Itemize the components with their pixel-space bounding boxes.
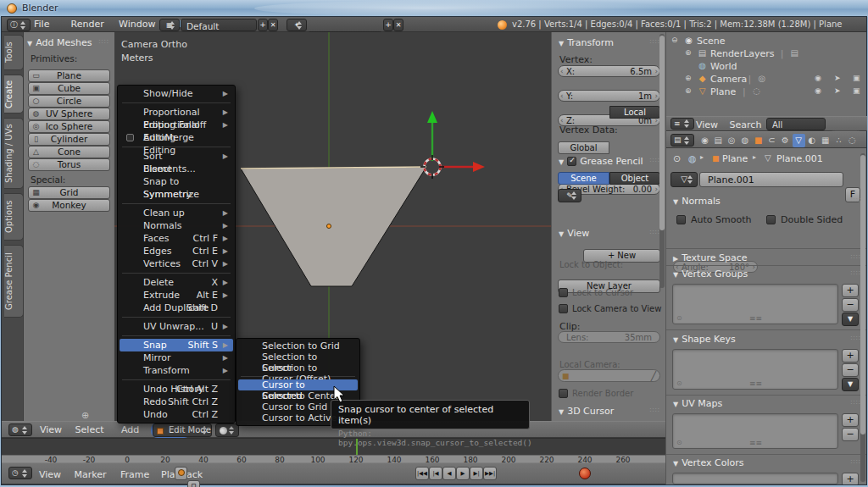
snap-item-selection-to-cursor[interactable]: Selection to Cursor xyxy=(238,351,358,362)
double-sided-checkbox[interactable] xyxy=(766,215,776,224)
info-menu-file[interactable]: File xyxy=(34,17,49,32)
uv-map-add-button[interactable]: + xyxy=(842,413,859,427)
vertex-group-specials-dropdown[interactable]: ▼ xyxy=(842,313,859,326)
render-camera-icon[interactable]: ▣ xyxy=(853,74,860,82)
toolshelf-tab-tools[interactable]: Tools xyxy=(4,35,24,70)
lock-to-cursor-row[interactable]: Lock to Cursor xyxy=(559,288,633,300)
timeline-track-area[interactable]: -40-200204060801001201401601802002202402… xyxy=(2,438,665,462)
add-circle-button[interactable]: ○Circle xyxy=(28,95,110,108)
menu-item-undo-history[interactable]: Undo HistoryCtrl Alt Z xyxy=(120,383,233,396)
view3d-menu-add[interactable]: Add xyxy=(121,423,139,438)
add-ico-sphere-button[interactable]: ◎Ico Sphere xyxy=(28,120,110,133)
menu-item-normals[interactable]: Normals▶ xyxy=(120,219,233,232)
menu-item-edges[interactable]: EdgesCtrl E▶ xyxy=(120,245,233,257)
vertex-color-add-button[interactable]: + xyxy=(842,473,859,484)
shape-key-add-button[interactable]: + xyxy=(842,349,859,362)
editor-type-outliner-dropdown[interactable]: ≡ xyxy=(670,118,694,130)
breadcrumb-object[interactable]: Plane xyxy=(722,153,748,164)
prev-keyframe-button[interactable]: |◀ xyxy=(429,467,442,480)
selectability-arrow-icon[interactable]: ➤ xyxy=(834,86,841,95)
properties-tab-particles[interactable]: ∴ xyxy=(832,134,845,147)
global-button[interactable]: Global xyxy=(558,141,609,154)
window-titlebar[interactable]: Blender xyxy=(0,0,868,17)
menu-item-extrude[interactable]: ExtrudeAlt E▶ xyxy=(120,289,233,302)
properties-tab-physics[interactable]: ◌ xyxy=(846,134,859,147)
properties-tab-modifiers[interactable]: ⚙ xyxy=(779,134,792,147)
lens-field[interactable]: Lens:35mm xyxy=(558,331,660,343)
add-meshes-panel-header[interactable]: ▼Add Meshes xyxy=(27,37,92,48)
datablock-name-field[interactable]: Plane.001 xyxy=(699,172,843,187)
local-button[interactable]: Local xyxy=(609,106,660,119)
shape-key-specials-dropdown[interactable]: ▼ xyxy=(842,378,859,391)
panel-grip-icon[interactable]: ∷∷ xyxy=(650,407,660,414)
add-uv-sphere-button[interactable]: ◍UV Sphere xyxy=(28,108,110,120)
lock-camera-checkbox[interactable] xyxy=(559,304,568,313)
grease-pencil-panel-header[interactable]: ▼Grease Pencil xyxy=(559,156,643,167)
toolshelf-tab-options[interactable]: Options xyxy=(4,193,24,241)
menu-item-proportional-editing-falloff[interactable]: Proportional Editing Falloff▶ xyxy=(120,106,233,119)
record-button[interactable] xyxy=(579,468,591,479)
timeline-menu-marker[interactable]: Marker xyxy=(75,468,107,483)
toolshelf-tab-shading-uvs[interactable]: Shading / UVs xyxy=(4,118,24,189)
properties-tab-constraints[interactable]: ⊂ xyxy=(765,134,778,147)
view3d-menu-view[interactable]: View xyxy=(40,423,62,438)
add-layout-button[interactable]: + xyxy=(258,19,268,31)
properties-tab-object-data[interactable]: ▽ xyxy=(793,134,805,147)
menu-item-redo[interactable]: RedoShift Ctrl Z xyxy=(120,396,233,408)
menu-item-snap-to-symmetry[interactable]: Snap to Symmetry xyxy=(120,175,233,188)
outliner-row-scene[interactable]: ⊖◉Scene xyxy=(666,36,867,48)
increment-arrow-icon[interactable]: › xyxy=(654,185,658,193)
view-panel-header[interactable]: ▼View xyxy=(559,228,589,239)
vertex-colors-list[interactable] xyxy=(672,473,838,484)
transform-panel-header[interactable]: ▼Transform xyxy=(559,37,614,48)
vertex-y-field[interactable]: ‹Y:1m› xyxy=(558,90,660,102)
menu-item-symmetrize[interactable]: Symmetrize xyxy=(120,188,233,201)
close-scene-button[interactable]: ✕ xyxy=(393,19,403,31)
autokey-record-button[interactable] xyxy=(175,467,187,480)
outliner-row-camera[interactable]: ⊕◆Camera|◎◉➤▣ xyxy=(666,74,867,86)
vertex-colors-panel-header[interactable]: ▼Vertex Colors xyxy=(673,457,743,468)
menu-item-mirror[interactable]: Mirror▶ xyxy=(120,351,233,364)
menu-item-proportional-editing[interactable]: Proportional Editing▶ xyxy=(120,119,233,131)
add-grid-button[interactable]: ▦Grid xyxy=(28,186,110,199)
pin-icon[interactable]: ⊙ xyxy=(673,153,681,164)
view3d-menu-select[interactable]: Select xyxy=(75,423,104,438)
timeline-menu-frame[interactable]: Frame xyxy=(120,468,149,483)
vertex-groups-panel-header[interactable]: ▼Vertex Groups xyxy=(673,268,748,279)
scene-datablock-icon[interactable]: ◍ xyxy=(688,153,697,164)
lock-button[interactable]: ⊓ xyxy=(187,480,200,487)
decrement-arrow-icon[interactable]: ‹ xyxy=(560,91,564,100)
menu-item-undo[interactable]: UndoCtrl Z xyxy=(120,408,233,421)
render-border-row[interactable]: Render Border xyxy=(559,389,633,401)
outliner-row-world[interactable]: ◍World xyxy=(666,61,867,74)
outliner-row-plane[interactable]: ⊕▽Plane|◌◉➤▣ xyxy=(666,86,867,99)
snap-item-selection-to-cursor-offset[interactable]: Selection to Cursor (Offset) xyxy=(238,362,358,374)
properties-scrollbar[interactable] xyxy=(860,153,865,482)
render-camera-icon[interactable]: ▣ xyxy=(853,86,860,95)
screen-layout-icon-dropdown[interactable]: ▦ xyxy=(159,19,180,31)
vertex-group-remove-button[interactable]: − xyxy=(842,298,859,312)
menu-item-transform[interactable]: Transform▶ xyxy=(120,364,233,377)
gp-datablock-icon-dropdown[interactable]: ✎ xyxy=(558,189,581,202)
info-menu-render[interactable]: Render xyxy=(71,17,104,32)
jump-start-button[interactable]: |◀◀ xyxy=(415,467,429,480)
shape-keys-list[interactable]: ⊙≡≡ xyxy=(672,349,838,390)
editor-type-timeline-dropdown[interactable]: ◷ xyxy=(8,467,32,479)
panel-grip-icon[interactable]: ∷∷ xyxy=(99,38,109,46)
editor-type-info-dropdown[interactable]: ⓘ xyxy=(7,19,31,31)
list-resize-handle[interactable]: ≡≡ xyxy=(749,314,762,323)
shape-keys-panel-header[interactable]: ▼Shape Keys xyxy=(673,334,736,345)
menu-item-faces[interactable]: FacesCtrl F▶ xyxy=(120,232,233,245)
screen-layout-field[interactable]: Default xyxy=(181,19,257,31)
add-cube-button[interactable]: ▣Cube xyxy=(28,82,110,95)
menu-item-show-hide[interactable]: Show/Hide▶ xyxy=(120,87,233,100)
play-button[interactable]: ▶ xyxy=(456,467,470,480)
visibility-eye-icon[interactable]: ◉ xyxy=(815,86,821,95)
info-menu-window[interactable]: Window xyxy=(119,17,155,32)
properties-tab-texture[interactable]: ▦ xyxy=(819,134,832,147)
properties-tab-object[interactable]: ■ xyxy=(752,134,765,147)
close-layout-button[interactable]: ✕ xyxy=(268,19,278,31)
outliner-item-label[interactable]: Scene xyxy=(697,36,726,47)
increment-arrow-icon[interactable]: › xyxy=(654,91,658,100)
texture-space-panel-header[interactable]: ▶Texture Space xyxy=(673,252,747,263)
